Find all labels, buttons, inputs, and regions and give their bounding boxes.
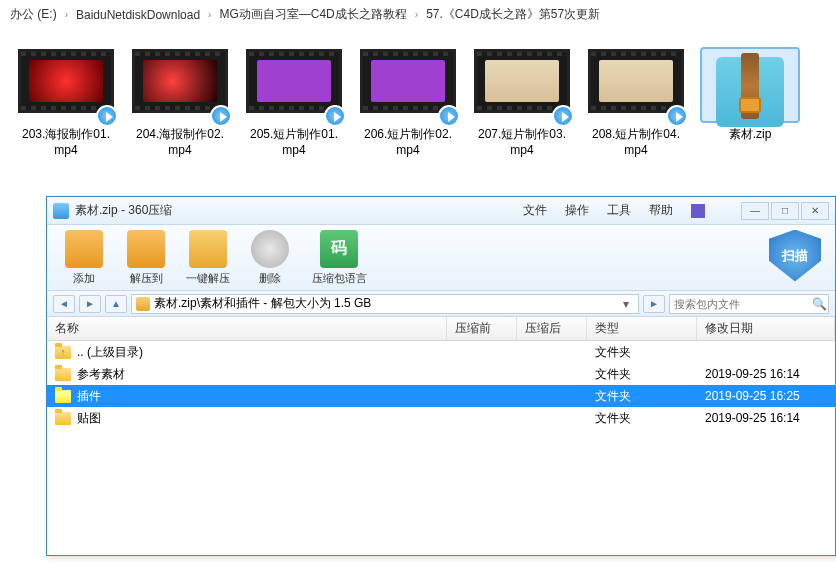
zip-icon: 360ZIP [710, 49, 790, 129]
search-input[interactable] [674, 298, 812, 310]
add-icon [65, 230, 103, 268]
table-row[interactable]: 参考素材文件夹2019-09-25 16:14 [47, 363, 835, 385]
file-item[interactable]: 360ZIP素材.zip [702, 49, 798, 158]
row-type: 文件夹 [587, 410, 697, 427]
row-name: 插件 [77, 388, 101, 405]
file-name-label: 205.短片制作01.mp4 [246, 127, 342, 158]
table-row[interactable]: 贴图文件夹2019-09-25 16:14 [47, 407, 835, 429]
file-item[interactable]: 208.短片制作04.mp4 [588, 49, 684, 158]
forward-button[interactable]: ► [79, 295, 101, 313]
chevron-right-icon: › [415, 9, 418, 20]
toolbar: 添加 解压到 一键解压 删除 码压缩包语言 扫描 [47, 225, 835, 291]
chevron-right-icon: › [208, 9, 211, 20]
onekey-extract-button[interactable]: 一键解压 [181, 230, 235, 286]
play-icon [666, 105, 688, 127]
menu-help[interactable]: 帮助 [649, 202, 673, 219]
menubar: 文件 操作 工具 帮助 — □ ✕ [523, 202, 829, 220]
breadcrumb: 办公 (E:)› BaiduNetdiskDownload› MG动画自习室—C… [0, 0, 836, 29]
folder-icon [55, 412, 71, 425]
row-name: 贴图 [77, 410, 101, 427]
file-item[interactable]: 206.短片制作02.mp4 [360, 49, 456, 158]
archive-icon [136, 297, 150, 311]
minimize-button[interactable]: — [741, 202, 769, 220]
go-button[interactable]: ► [643, 295, 665, 313]
file-item[interactable]: 204.海报制作02.mp4 [132, 49, 228, 158]
file-name-label: 207.短片制作03.mp4 [474, 127, 570, 158]
chevron-right-icon: › [65, 9, 68, 20]
play-icon [324, 105, 346, 127]
row-date: 2019-09-25 16:14 [697, 367, 835, 381]
row-date: 2019-09-25 16:14 [697, 411, 835, 425]
col-name-header[interactable]: 名称 [47, 317, 447, 340]
trash-icon [251, 230, 289, 268]
file-list: .. (上级目录)文件夹参考素材文件夹2019-09-25 16:14插件文件夹… [47, 341, 835, 429]
file-grid: 203.海报制作01.mp4204.海报制作02.mp4205.短片制作01.m… [0, 29, 836, 168]
play-icon [96, 105, 118, 127]
address-text: 素材.zip\素材和插件 - 解包大小为 1.5 GB [154, 295, 614, 312]
close-button[interactable]: ✕ [801, 202, 829, 220]
file-item[interactable]: 205.短片制作01.mp4 [246, 49, 342, 158]
encoding-button[interactable]: 码压缩包语言 [305, 230, 373, 286]
breadcrumb-item[interactable]: MG动画自习室—C4D成长之路教程 [219, 6, 406, 23]
address-field[interactable]: 素材.zip\素材和插件 - 解包大小为 1.5 GB ▾ [131, 294, 639, 314]
play-icon [438, 105, 460, 127]
row-type: 文件夹 [587, 366, 697, 383]
menu-tools[interactable]: 工具 [607, 202, 631, 219]
search-field[interactable]: 🔍 [669, 294, 829, 314]
play-icon [552, 105, 574, 127]
window-title: 素材.zip - 360压缩 [75, 202, 172, 219]
shield-icon: 扫描 [769, 230, 821, 282]
window-titlebar[interactable]: 素材.zip - 360压缩 文件 操作 工具 帮助 — □ ✕ [47, 197, 835, 225]
file-name-label: 206.短片制作02.mp4 [360, 127, 456, 158]
breadcrumb-item[interactable]: 办公 (E:) [10, 6, 57, 23]
table-row[interactable]: 插件文件夹2019-09-25 16:25 [47, 385, 835, 407]
file-name-label: 素材.zip [702, 127, 798, 143]
folder-icon [55, 390, 71, 403]
extract-icon [127, 230, 165, 268]
column-headers: 名称 压缩前 压缩后 类型 修改日期 [47, 317, 835, 341]
archive-window: 素材.zip - 360压缩 文件 操作 工具 帮助 — □ ✕ 添加 解压到 … [46, 196, 836, 556]
row-type: 文件夹 [587, 388, 697, 405]
file-item[interactable]: 203.海报制作01.mp4 [18, 49, 114, 158]
add-button[interactable]: 添加 [57, 230, 111, 286]
file-item[interactable]: 207.短片制作03.mp4 [474, 49, 570, 158]
menu-file[interactable]: 文件 [523, 202, 547, 219]
back-button[interactable]: ◄ [53, 295, 75, 313]
menu-operate[interactable]: 操作 [565, 202, 589, 219]
onekey-icon [189, 230, 227, 268]
breadcrumb-item[interactable]: BaiduNetdiskDownload [76, 8, 200, 22]
skin-icon[interactable] [691, 204, 705, 218]
maximize-button[interactable]: □ [771, 202, 799, 220]
app-icon [53, 203, 69, 219]
search-icon[interactable]: 🔍 [812, 297, 827, 311]
row-name: 参考素材 [77, 366, 125, 383]
table-row[interactable]: .. (上级目录)文件夹 [47, 341, 835, 363]
address-bar: ◄ ► ▲ 素材.zip\素材和插件 - 解包大小为 1.5 GB ▾ ► 🔍 [47, 291, 835, 317]
row-date: 2019-09-25 16:25 [697, 389, 835, 403]
folder-icon [55, 346, 71, 359]
extract-button[interactable]: 解压到 [119, 230, 173, 286]
col-type-header[interactable]: 类型 [587, 317, 697, 340]
up-button[interactable]: ▲ [105, 295, 127, 313]
breadcrumb-item[interactable]: 57.《C4D成长之路》第57次更新 [426, 6, 600, 23]
file-name-label: 203.海报制作01.mp4 [18, 127, 114, 158]
delete-button[interactable]: 删除 [243, 230, 297, 286]
encoding-icon: 码 [320, 230, 358, 268]
col-after-header[interactable]: 压缩后 [517, 317, 587, 340]
row-type: 文件夹 [587, 344, 697, 361]
play-icon [210, 105, 232, 127]
file-name-label: 204.海报制作02.mp4 [132, 127, 228, 158]
dropdown-icon[interactable]: ▾ [618, 297, 634, 311]
scan-button[interactable]: 扫描 [765, 230, 825, 286]
file-name-label: 208.短片制作04.mp4 [588, 127, 684, 158]
row-name: .. (上级目录) [77, 344, 143, 361]
col-before-header[interactable]: 压缩前 [447, 317, 517, 340]
col-date-header[interactable]: 修改日期 [697, 317, 835, 340]
folder-icon [55, 368, 71, 381]
